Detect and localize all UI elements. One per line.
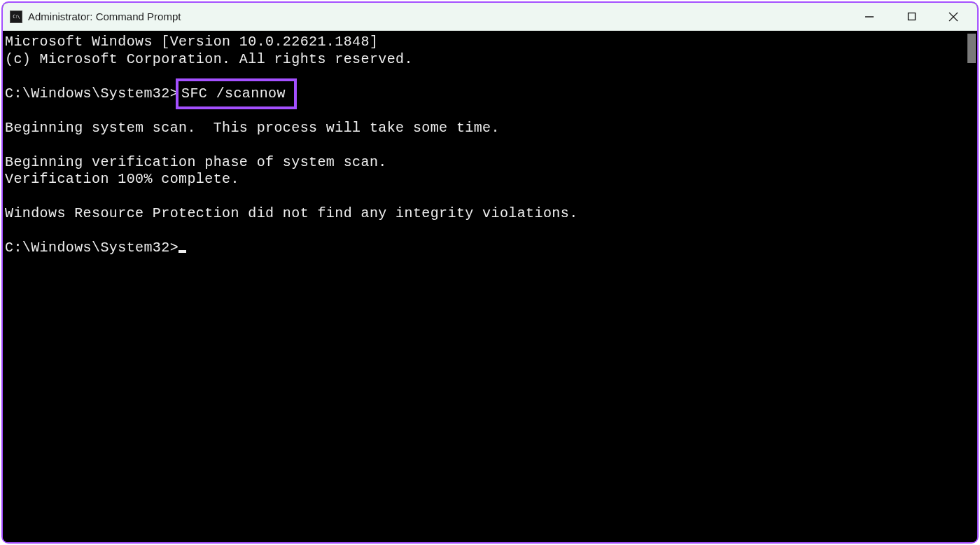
prompt-path: C:\Windows\System32> (5, 85, 178, 102)
window-title: Administrator: Command Prompt (28, 11, 848, 22)
cmd-icon-text: C:\ (13, 14, 20, 20)
command-highlight: SFC /scannow (176, 78, 297, 110)
terminal-area: Microsoft Windows [Version 10.0.22621.18… (3, 31, 977, 542)
minimize-icon (864, 12, 874, 22)
maximize-button[interactable] (890, 3, 932, 30)
window-controls (848, 3, 974, 30)
terminal-output[interactable]: Microsoft Windows [Version 10.0.22621.18… (3, 31, 965, 542)
scroll-thumb[interactable] (967, 34, 976, 63)
minimize-button[interactable] (848, 3, 890, 30)
output-line: Windows Resource Protection did not find… (5, 205, 578, 221)
output-line: (c) Microsoft Corporation. All rights re… (5, 51, 413, 67)
cursor (178, 250, 186, 253)
prompt-path: C:\Windows\System32> (5, 240, 178, 256)
svg-rect-1 (908, 13, 915, 20)
output-line: Beginning verification phase of system s… (5, 154, 387, 170)
output-line: Verification 100% complete. (5, 171, 239, 187)
titlebar[interactable]: C:\ Administrator: Command Prompt (3, 3, 977, 31)
scrollbar[interactable] (965, 31, 977, 542)
output-line: Beginning system scan. This process will… (5, 120, 500, 136)
close-icon (948, 12, 958, 22)
close-button[interactable] (932, 3, 974, 30)
cmd-icon: C:\ (10, 11, 22, 23)
command-prompt-window: C:\ Administrator: Command Prompt (1, 1, 979, 544)
output-line: Microsoft Windows [Version 10.0.22621.18… (5, 34, 378, 50)
maximize-icon (907, 12, 916, 21)
command-text: SFC /scannow (181, 85, 286, 102)
